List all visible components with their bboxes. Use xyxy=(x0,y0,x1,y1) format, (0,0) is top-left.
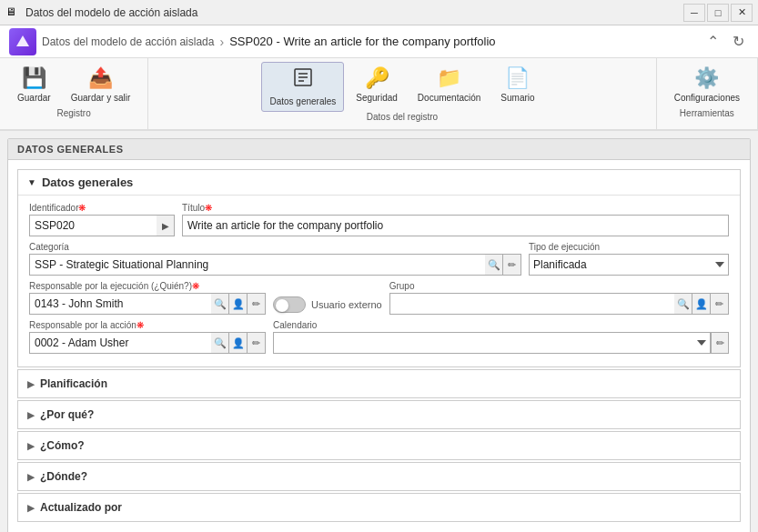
collapsible-label-por-que: ¿Por qué? xyxy=(40,408,94,421)
datos-generales-label: Datos generales xyxy=(269,96,336,107)
maximize-button[interactable]: □ xyxy=(707,4,729,22)
title-bar-text: Datos del modelo de acción aislada xyxy=(25,6,683,19)
arrow-right-icon: ▶ xyxy=(27,379,35,389)
responsable-accion-edit-button[interactable]: ✏ xyxy=(248,332,266,354)
logo-icon xyxy=(15,34,31,50)
grupo-person-button[interactable]: 👤 xyxy=(692,293,711,315)
responsable-accion-search-button[interactable]: 🔍 xyxy=(211,332,229,354)
refresh-button[interactable]: ↻ xyxy=(727,31,749,53)
calendario-select[interactable] xyxy=(273,332,711,354)
toolbar: 💾 Guardar 📤 Guardar y salir Registro xyxy=(0,58,758,131)
toolbar-group-registro: 💾 Guardar 📤 Guardar y salir Registro xyxy=(0,58,148,129)
form-row-1: Identificador❋ ▶ Título❋ xyxy=(29,203,729,236)
calendario-group: Calendario ✏ xyxy=(273,320,729,354)
seguridad-button[interactable]: 🔑 Seguridad xyxy=(348,62,406,112)
usuario-externo-label: Usuario externo xyxy=(311,299,382,310)
collapsible-header-donde[interactable]: ▶ ¿Dónde? xyxy=(18,463,740,490)
usuario-externo-group: Usuario externo xyxy=(273,296,382,315)
collapsible-header-actualizado-por[interactable]: ▶ Actualizado por xyxy=(18,494,740,521)
configuraciones-label: Configuraciones xyxy=(674,93,740,104)
responsable-ejecucion-input-group: 🔍 👤 ✏ xyxy=(29,293,266,315)
grupo-input-group: 🔍 👤 ✏ xyxy=(389,293,729,315)
sumario-label: Sumario xyxy=(500,93,534,104)
seguridad-icon: 🔑 xyxy=(365,66,389,90)
grupo-search-button[interactable]: 🔍 xyxy=(674,293,692,315)
calendario-label: Calendario xyxy=(273,320,729,330)
calendario-input-group: ✏ xyxy=(273,332,729,354)
sumario-icon: 📄 xyxy=(505,66,530,90)
datos-generales-icon xyxy=(292,66,314,94)
categoria-input[interactable] xyxy=(29,254,485,276)
registro-buttons: 💾 Guardar 📤 Guardar y salir xyxy=(9,62,138,108)
guardar-button[interactable]: 💾 Guardar xyxy=(9,62,59,108)
herramientas-buttons: ⚙️ Configuraciones xyxy=(666,62,748,108)
usuario-externo-toggle[interactable] xyxy=(273,296,306,313)
documentacion-button[interactable]: 📁 Documentación xyxy=(409,62,489,112)
guardar-label: Guardar xyxy=(17,93,51,104)
svg-marker-0 xyxy=(16,35,29,46)
section-panel: DATOS GENERALES ▼ Datos generales Identi… xyxy=(7,138,751,532)
guardar-salir-button[interactable]: 📤 Guardar y salir xyxy=(63,62,139,108)
breadcrumb-parent[interactable]: Datos del modelo de acción aislada xyxy=(42,35,214,48)
collapsible-label-planificacion: Planificación xyxy=(40,377,107,390)
responsable-ejecucion-person-button[interactable]: 👤 xyxy=(229,293,248,315)
responsable-ejecucion-edit-button[interactable]: ✏ xyxy=(248,293,266,315)
collapsible-row-como: ▶ ¿Cómo? xyxy=(17,431,741,460)
grupo-input[interactable] xyxy=(389,293,674,315)
collapse-button[interactable]: ⌃ xyxy=(702,31,723,53)
categoria-input-group: 🔍 ✏ xyxy=(29,254,521,276)
responsable-ejecucion-search-button[interactable]: 🔍 xyxy=(211,293,229,315)
collapsible-header-planificacion[interactable]: ▶ Planificación xyxy=(18,370,740,397)
guardar-salir-label: Guardar y salir xyxy=(71,93,131,104)
form-row-3: Responsable por la ejecución (¿Quién?)❋ … xyxy=(29,281,729,315)
herramientas-group-label: Herramientas xyxy=(680,108,734,118)
section-header: DATOS GENERALES xyxy=(8,139,750,160)
collapsible-label-como: ¿Cómo? xyxy=(40,439,85,452)
tipo-ejecucion-select[interactable]: Planificada Inmediata Programada xyxy=(529,254,729,276)
collapsible-header-por-que[interactable]: ▶ ¿Por qué? xyxy=(18,401,740,428)
datos-generales-header[interactable]: ▼ Datos generales xyxy=(18,170,740,196)
responsable-accion-input-group: 🔍 👤 ✏ xyxy=(29,332,266,354)
datos-generales-button[interactable]: Datos generales xyxy=(261,62,344,112)
collapsible-rows: ▶ Planificación ▶ ¿Por qué? ▶ ¿Cómo? ▶ ¿… xyxy=(17,369,741,522)
categoria-label: Categoría xyxy=(29,242,521,252)
app-logo xyxy=(9,28,36,55)
grupo-edit-button[interactable]: ✏ xyxy=(711,293,729,315)
responsable-ejecucion-input[interactable] xyxy=(29,293,211,315)
grupo-group: Grupo 🔍 👤 ✏ xyxy=(389,281,729,315)
tipo-ejecucion-label: Tipo de ejecución xyxy=(529,242,729,252)
grupo-label: Grupo xyxy=(389,281,729,291)
categoria-search-button[interactable]: 🔍 xyxy=(485,254,503,276)
responsable-accion-group: Responsable por la acción❋ 🔍 👤 ✏ xyxy=(29,320,266,354)
arrow-right-icon: ▶ xyxy=(27,410,35,420)
identificador-label: Identificador❋ xyxy=(29,203,175,213)
guardar-salir-icon: 📤 xyxy=(88,66,113,90)
collapsible-row-donde: ▶ ¿Dónde? xyxy=(17,462,741,491)
datos-registro-buttons: Datos generales 🔑 Seguridad 📁 Documentac… xyxy=(261,62,542,112)
collapsible-header-como[interactable]: ▶ ¿Cómo? xyxy=(18,432,740,459)
responsable-ejecucion-label: Responsable por la ejecución (¿Quién?)❋ xyxy=(29,281,266,291)
identificador-group: Identificador❋ ▶ xyxy=(29,203,175,236)
form-row-2: Categoría 🔍 ✏ Tipo de ejecución Planific… xyxy=(29,242,729,276)
arrow-right-icon: ▶ xyxy=(27,503,35,513)
toolbar-group-herramientas: ⚙️ Configuraciones Herramientas xyxy=(657,58,758,129)
collapsible-row-planificacion: ▶ Planificación xyxy=(17,369,741,398)
sumario-button[interactable]: 📄 Sumario xyxy=(492,62,542,112)
responsable-accion-label: Responsable por la acción❋ xyxy=(29,320,266,330)
main-content: DATOS GENERALES ▼ Datos generales Identi… xyxy=(0,131,758,532)
arrow-down-icon: ▼ xyxy=(27,177,36,187)
identificador-nav-button[interactable]: ▶ xyxy=(157,215,175,236)
documentacion-icon: 📁 xyxy=(437,66,461,90)
calendario-edit-button[interactable]: ✏ xyxy=(711,332,729,354)
app-icon: 🖥 xyxy=(5,5,20,20)
configuraciones-button[interactable]: ⚙️ Configuraciones xyxy=(666,62,748,108)
arrow-right-icon: ▶ xyxy=(27,441,35,451)
identificador-input[interactable] xyxy=(29,215,157,236)
minimize-button[interactable]: ─ xyxy=(683,4,705,22)
breadcrumb-current: SSP020 - Write an article for the compan… xyxy=(229,35,696,48)
categoria-edit-button[interactable]: ✏ xyxy=(503,254,521,276)
close-button[interactable]: ✕ xyxy=(731,4,753,22)
titulo-input[interactable] xyxy=(182,215,729,236)
responsable-accion-input[interactable] xyxy=(29,332,211,354)
responsable-accion-person-button[interactable]: 👤 xyxy=(229,332,248,354)
